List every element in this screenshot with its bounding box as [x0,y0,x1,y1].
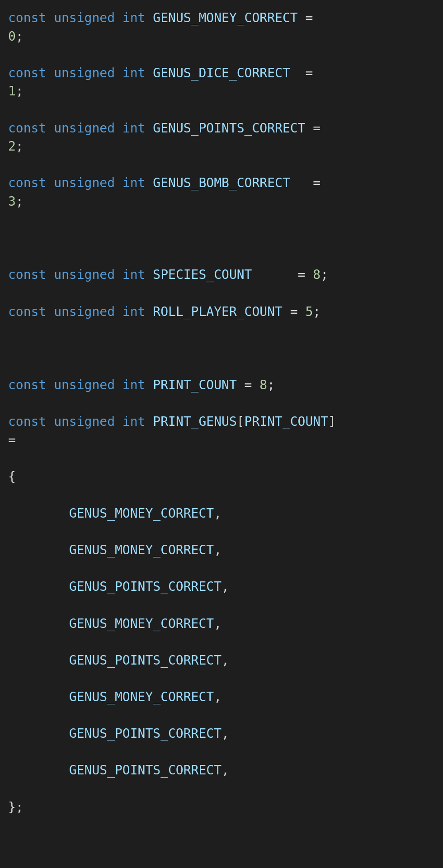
line-1: const unsigned int GENUS_MONEY_CORRECT =… [8,9,435,46]
line-9: { [8,468,435,486]
code-content: const unsigned int GENUS_MONEY_CORRECT =… [8,9,435,868]
line-15: GENUS_MONEY_CORRECT, [8,688,435,707]
line-5: const unsigned int SPECIES_COUNT = 8; [8,266,435,284]
line-blank-3 [8,835,435,854]
line-3: const unsigned int GENUS_POINTS_CORRECT … [8,119,435,156]
line-4: const unsigned int GENUS_BOMB_CORRECT = … [8,174,435,211]
code-editor: const unsigned int GENUS_MONEY_CORRECT =… [8,9,435,868]
line-10: GENUS_MONEY_CORRECT, [8,505,435,523]
line-7: const unsigned int PRINT_COUNT = 8; [8,376,435,395]
line-blank-1 [8,229,435,248]
line-12: GENUS_POINTS_CORRECT, [8,578,435,596]
line-18: }; [8,798,435,817]
line-14: GENUS_POINTS_CORRECT, [8,651,435,670]
line-6: const unsigned int ROLL_PLAYER_COUNT = 5… [8,303,435,321]
line-8: const unsigned int PRINT_GENUS[PRINT_COU… [8,413,435,449]
line-blank-2 [8,340,435,358]
line-13: GENUS_MONEY_CORRECT, [8,615,435,633]
line-17: GENUS_POINTS_CORRECT, [8,761,435,780]
line-2: const unsigned int GENUS_DICE_CORRECT = … [8,64,435,101]
line-16: GENUS_POINTS_CORRECT, [8,725,435,743]
line-11: GENUS_MONEY_CORRECT, [8,541,435,560]
